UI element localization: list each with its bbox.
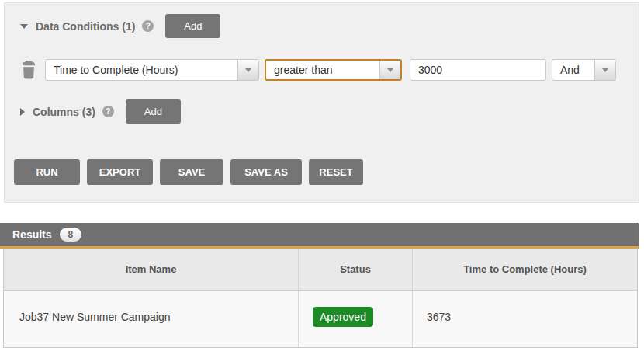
column-header-item-name: Item Name: [4, 249, 299, 290]
action-button-row: RUN EXPORT SAVE SAVE AS RESET: [14, 159, 363, 185]
columns-title: Columns (3): [33, 106, 95, 118]
columns-header: Columns (3) ? Add: [20, 99, 181, 124]
results-count-badge: 8: [60, 228, 82, 242]
query-builder-panel: Data Conditions (1) ? Add Time to Comple…: [4, 2, 639, 203]
condition-row: Time to Complete (Hours) greater than An…: [20, 59, 616, 81]
help-icon[interactable]: ?: [102, 106, 114, 117]
column-header-status: Status: [299, 249, 413, 290]
column-header-time-to-complete: Time to Complete (Hours): [413, 249, 637, 290]
status-badge: Approved: [313, 307, 373, 327]
time-to-complete-cell: 3673: [413, 291, 637, 343]
add-column-button[interactable]: Add: [126, 99, 181, 124]
run-button[interactable]: RUN: [14, 159, 80, 185]
results-title: Results: [12, 228, 52, 241]
item-name-cell: Job37 New Summer Campaign: [4, 291, 299, 343]
results-table: Item Name Status Time to Complete (Hours…: [3, 249, 638, 348]
field-select-value: Time to Complete (Hours): [46, 64, 237, 76]
expand-triangle-icon[interactable]: [20, 108, 25, 116]
condition-value-input[interactable]: [410, 59, 546, 81]
trash-icon[interactable]: [20, 60, 37, 80]
help-icon[interactable]: ?: [142, 20, 154, 32]
save-as-button[interactable]: SAVE AS: [230, 159, 302, 185]
table-row: Job37 New Summer Campaign Approved 3673: [4, 291, 637, 343]
export-button[interactable]: EXPORT: [87, 159, 153, 185]
conjunction-select[interactable]: And: [552, 59, 616, 81]
reset-button[interactable]: RESET: [309, 159, 363, 185]
conjunction-select-value: And: [552, 64, 594, 76]
data-conditions-title: Data Conditions (1): [36, 20, 135, 33]
collapse-triangle-icon[interactable]: [20, 24, 28, 29]
table-header-row: Item Name Status Time to Complete (Hours…: [4, 249, 637, 291]
save-button[interactable]: SAVE: [160, 159, 223, 185]
operator-select-value: greater than: [266, 64, 379, 76]
results-header-bar: Results 8: [0, 223, 639, 246]
dropdown-arrow-icon: [237, 60, 258, 80]
add-condition-button[interactable]: Add: [165, 14, 220, 38]
dropdown-arrow-icon: [379, 61, 400, 79]
table-row-partial: [4, 343, 637, 348]
data-conditions-header: Data Conditions (1) ? Add: [20, 14, 220, 38]
field-select[interactable]: Time to Complete (Hours): [45, 59, 259, 81]
dropdown-arrow-icon: [594, 60, 615, 80]
status-cell: Approved: [299, 291, 413, 343]
operator-select[interactable]: greater than: [265, 59, 402, 81]
